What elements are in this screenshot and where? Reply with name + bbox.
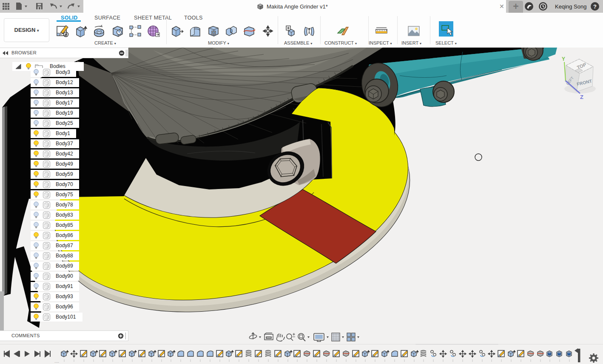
svg-text:Y: Y <box>562 56 565 62</box>
svg-text:Z: Z <box>580 94 583 100</box>
svg-text:?: ? <box>593 3 597 10</box>
svg-text:....: .... <box>54 359 59 364</box>
